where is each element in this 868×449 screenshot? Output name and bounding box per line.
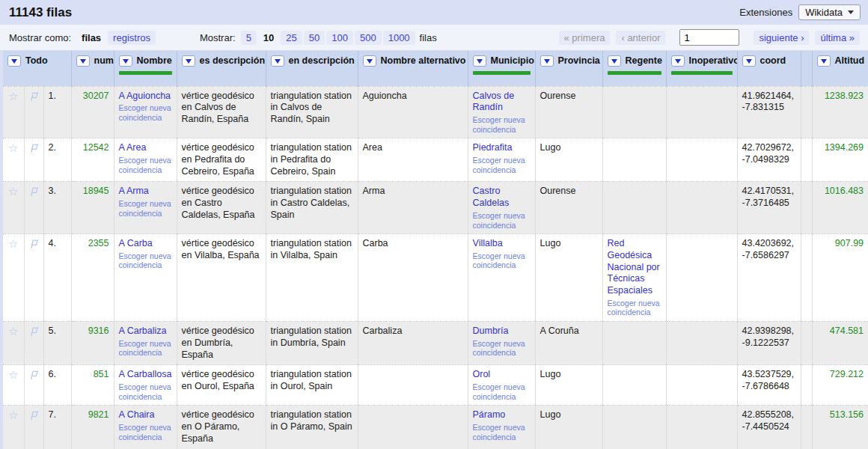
last-page-button[interactable]: última » bbox=[815, 31, 860, 45]
flag-toggle[interactable] bbox=[24, 234, 43, 322]
reconciled-entity-link[interactable]: Red Geodésica Nacional por Técnicas Espa… bbox=[608, 238, 661, 297]
cell-en-desc[interactable]: triangulation station in Dumbría, Spain bbox=[266, 322, 358, 365]
column-menu-button[interactable] bbox=[119, 55, 132, 67]
column-menu-button[interactable] bbox=[7, 55, 21, 67]
flag-toggle[interactable] bbox=[24, 322, 43, 365]
cell-inoperativo[interactable] bbox=[666, 322, 737, 365]
cell-regente[interactable] bbox=[602, 138, 666, 182]
flag-toggle[interactable] bbox=[24, 182, 43, 234]
reconciled-entity-link[interactable]: A Carba bbox=[119, 238, 153, 250]
reconciled-entity-link[interactable]: A Arma bbox=[119, 186, 149, 198]
cell-inoperativo[interactable] bbox=[666, 234, 737, 322]
cell-regente[interactable] bbox=[602, 86, 666, 138]
cell-collapsed[interactable] bbox=[801, 322, 812, 365]
cell-coord[interactable]: 41.9621464, -7.831315 bbox=[737, 86, 801, 138]
star-toggle[interactable]: ☆ bbox=[3, 182, 24, 234]
choose-new-match-link[interactable]: Escoger nueva coincidencia bbox=[608, 299, 661, 317]
cell-es-desc[interactable]: vértice geodésico en Calvos de Randín, E… bbox=[177, 86, 266, 138]
cell-inoperativo[interactable] bbox=[666, 182, 737, 234]
reconciled-entity-link[interactable]: Dumbría bbox=[473, 326, 509, 337]
cell-collapsed[interactable] bbox=[801, 365, 812, 406]
star-toggle[interactable]: ☆ bbox=[3, 86, 24, 138]
star-toggle[interactable]: ☆ bbox=[3, 138, 24, 182]
cell-provincia[interactable]: Lugo bbox=[535, 406, 602, 449]
page-number-input[interactable] bbox=[679, 29, 739, 46]
cell-es-desc[interactable]: vértice geodésico en Vilalba, España bbox=[177, 234, 266, 322]
cell-en-desc[interactable]: triangulation station in O Páramo, Spain bbox=[266, 406, 358, 449]
reconciled-entity-link[interactable]: A Carbaliza bbox=[119, 326, 167, 337]
flag-toggle[interactable] bbox=[24, 365, 43, 406]
cell-collapsed[interactable] bbox=[801, 138, 812, 182]
cell-en-desc[interactable]: triangulation station in Calvos de Randí… bbox=[266, 86, 358, 138]
star-toggle[interactable]: ☆ bbox=[3, 234, 24, 322]
column-header-collapsed[interactable] bbox=[801, 51, 812, 86]
cell-collapsed[interactable] bbox=[801, 234, 812, 322]
cell-es-desc[interactable]: vértice geodésico en Ourol, España bbox=[177, 365, 266, 406]
choose-new-match-link[interactable]: Escoger nueva coincidencia bbox=[473, 382, 531, 401]
cell-inoperativo[interactable] bbox=[666, 365, 737, 406]
cell-es-desc[interactable]: vértice geodésico en Pedrafita do Cebrei… bbox=[177, 138, 266, 182]
cell-coord[interactable]: 42.8555208, -7.4450524 bbox=[737, 406, 801, 449]
cell-altitud[interactable]: 1394.269 bbox=[812, 138, 868, 182]
cell-coord[interactable]: 42.7029672, -7.0498329 bbox=[737, 138, 801, 182]
cell-alt-name[interactable]: Carbaliza bbox=[358, 322, 468, 365]
reconciled-entity-link[interactable]: Castro Caldelas bbox=[473, 186, 531, 210]
column-menu-button[interactable] bbox=[363, 55, 376, 67]
cell-inoperativo[interactable] bbox=[666, 86, 737, 138]
column-menu-button[interactable] bbox=[182, 55, 195, 67]
reconciled-entity-link[interactable]: A Aguioncha bbox=[119, 91, 171, 103]
cell-en-desc[interactable]: triangulation station in Castro Caldelas… bbox=[266, 182, 358, 234]
page-size-1000[interactable]: 1000 bbox=[383, 31, 415, 45]
choose-new-match-link[interactable]: Escoger nueva coincidencia bbox=[473, 211, 531, 230]
reconciled-entity-link[interactable]: Páramo bbox=[473, 409, 506, 421]
column-menu-button[interactable] bbox=[742, 55, 756, 67]
choose-new-match-link[interactable]: Escoger nueva coincidencia bbox=[473, 115, 531, 134]
cell-collapsed[interactable] bbox=[801, 406, 812, 449]
reconciled-entity-link[interactable]: Villalba bbox=[473, 238, 503, 250]
column-menu-button[interactable] bbox=[671, 55, 685, 67]
star-toggle[interactable]: ☆ bbox=[3, 406, 24, 449]
cell-num[interactable]: 851 bbox=[71, 365, 114, 406]
choose-new-match-link[interactable]: Escoger nueva coincidencia bbox=[119, 423, 172, 442]
star-toggle[interactable]: ☆ bbox=[3, 365, 24, 406]
cell-en-desc[interactable]: triangulation station in Vilalba, Spain bbox=[266, 234, 358, 322]
cell-coord[interactable]: 42.9398298, -9.1222537 bbox=[737, 322, 801, 365]
cell-num[interactable]: 12542 bbox=[71, 138, 114, 182]
reconciled-entity-link[interactable]: Calvos de Randín bbox=[473, 91, 531, 114]
reconciled-entity-link[interactable]: A Chaira bbox=[119, 409, 155, 421]
cell-collapsed[interactable] bbox=[801, 182, 812, 234]
extension-dropdown[interactable]: Wikidata bbox=[798, 4, 861, 20]
cell-regente[interactable] bbox=[602, 182, 666, 234]
cell-altitud[interactable]: 513.156 bbox=[812, 406, 868, 449]
cell-num[interactable]: 9821 bbox=[71, 406, 114, 449]
page-size-100[interactable]: 100 bbox=[326, 31, 353, 45]
cell-alt-name[interactable]: Arma bbox=[358, 182, 468, 234]
page-size-10[interactable]: 10 bbox=[258, 31, 279, 45]
cell-regente[interactable] bbox=[602, 365, 666, 406]
cell-num[interactable]: 9316 bbox=[71, 322, 114, 365]
reconciled-entity-link[interactable]: A Carballosa bbox=[119, 369, 172, 381]
cell-es-desc[interactable]: vértice geodésico en Castro Caldelas, Es… bbox=[177, 182, 266, 234]
cell-altitud[interactable]: 1238.923 bbox=[812, 86, 868, 138]
choose-new-match-link[interactable]: Escoger nueva coincidencia bbox=[119, 251, 172, 270]
column-menu-button[interactable] bbox=[76, 55, 90, 67]
cell-provincia[interactable]: A Coruña bbox=[535, 322, 602, 365]
cell-num[interactable]: 2355 bbox=[71, 234, 114, 322]
choose-new-match-link[interactable]: Escoger nueva coincidencia bbox=[119, 199, 172, 218]
cell-provincia[interactable]: Ourense bbox=[535, 182, 602, 234]
previous-page-button[interactable]: ‹ anterior bbox=[616, 31, 665, 45]
choose-new-match-link[interactable]: Escoger nueva coincidencia bbox=[473, 339, 531, 358]
choose-new-match-link[interactable]: Escoger nueva coincidencia bbox=[473, 423, 531, 442]
reconciled-entity-link[interactable]: Piedrafita bbox=[473, 142, 513, 154]
cell-alt-name[interactable] bbox=[358, 406, 468, 449]
cell-alt-name[interactable]: Carba bbox=[358, 234, 468, 322]
flag-toggle[interactable] bbox=[24, 138, 43, 182]
column-menu-button[interactable] bbox=[608, 55, 621, 67]
cell-coord[interactable]: 43.5237529, -7.6786648 bbox=[737, 365, 801, 406]
flag-toggle[interactable] bbox=[24, 406, 43, 449]
column-menu-button[interactable] bbox=[817, 55, 831, 67]
rows-mode-toggle[interactable]: filas bbox=[76, 31, 106, 45]
column-menu-button[interactable] bbox=[540, 55, 554, 67]
cell-provincia[interactable]: Lugo bbox=[535, 138, 602, 182]
page-size-5[interactable]: 5 bbox=[241, 31, 257, 45]
